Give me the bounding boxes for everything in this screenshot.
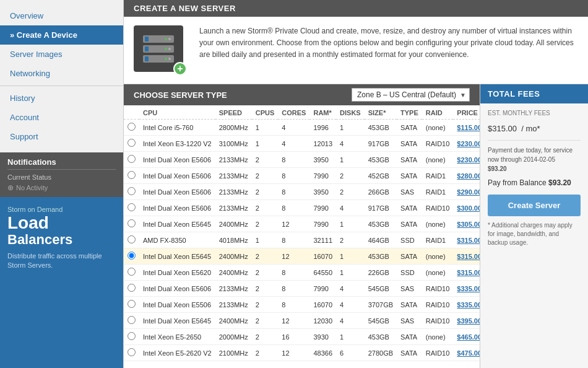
price[interactable]: $475.00 / mo <box>453 345 480 361</box>
radio-cell[interactable] <box>124 216 139 232</box>
sidebar-item-account[interactable]: Account <box>0 108 123 127</box>
page-header: CREATE A NEW SERVER <box>124 0 588 17</box>
sidebar: Overview Create A Device Server Images N… <box>0 0 124 368</box>
cores: 12 <box>278 216 309 232</box>
price[interactable]: $465.00 / mo <box>453 329 480 345</box>
radio-cell[interactable] <box>124 265 139 281</box>
table-row[interactable]: AMD FX-8350 4018MHz 1 8 32111 2 464GB SS… <box>124 232 480 248</box>
cpu-name: Intel Dual Xeon E5645 <box>139 313 215 329</box>
table-row[interactable]: Intel Xeon E5-2620 V2 2100MHz 2 12 48366… <box>124 345 480 361</box>
speed: 2133MHz <box>215 168 252 184</box>
cores: 8 <box>278 232 309 248</box>
radio-cell[interactable] <box>124 329 139 345</box>
size: 3707GB <box>365 297 397 313</box>
table-row[interactable]: Intel Xeon E5-2650 2000MHz 2 16 3930 1 4… <box>124 329 480 345</box>
ram: 16070 <box>309 297 336 313</box>
table-row[interactable]: Intel Dual Xeon E5606 2133MHz 2 8 7990 4… <box>124 200 480 216</box>
speed: 2133MHz <box>215 152 252 168</box>
table-row[interactable]: Intel Dual Xeon E5606 2133MHz 2 8 7990 4… <box>124 281 480 297</box>
radio-cell[interactable] <box>124 200 139 216</box>
table-row[interactable]: Intel Dual Xeon E5645 2400MHz 2 12 7990 … <box>124 216 480 232</box>
cpus: 2 <box>252 345 279 361</box>
monthly-price-value: $315.00 <box>488 124 517 133</box>
price[interactable]: $300.00 / mo <box>453 200 480 216</box>
cores: 8 <box>278 200 309 216</box>
price[interactable]: $335.00 / mo <box>453 297 480 313</box>
zone-select-wrapper[interactable]: Zone B – US Central (Default) <box>352 88 470 102</box>
table-row[interactable]: Intel Dual Xeon E5606 2133MHz 2 8 7990 2… <box>124 168 480 184</box>
col-cpu: CPU <box>139 105 215 120</box>
price[interactable]: $115.00 / mo <box>453 120 480 136</box>
sidebar-item-create-device[interactable]: Create A Device <box>0 25 123 45</box>
cores: 8 <box>278 184 309 200</box>
table-row[interactable]: Intel Dual Xeon E5606 2133MHz 2 8 3950 1… <box>124 152 480 168</box>
radio-cell[interactable] <box>124 281 139 297</box>
sidebar-item-history[interactable]: History <box>0 89 123 108</box>
table-row[interactable]: Intel Dual Xeon E5645 2400MHz 2 12 12030… <box>124 313 480 329</box>
disks: 2 <box>336 184 365 200</box>
status-text: No Activity <box>16 184 48 191</box>
col-cores: CORES <box>278 105 309 120</box>
cpus: 2 <box>252 265 279 281</box>
speed: 2133MHz <box>215 200 252 216</box>
create-server-button[interactable]: Create Server <box>488 195 581 216</box>
raid: RAID1 <box>422 232 454 248</box>
table-row[interactable]: Intel Core i5-760 2800MHz 1 4 1996 1 453… <box>124 120 480 136</box>
notifications-box: Notifications Current Status ⊕ No Activi… <box>0 152 123 197</box>
cores: 4 <box>278 120 309 136</box>
monthly-price: $315.00 / mo* <box>488 118 581 134</box>
table-row[interactable]: Intel Dual Xeon E5606 2133MHz 2 8 3950 2… <box>124 184 480 200</box>
svg-point-3 <box>168 38 171 40</box>
radio-cell[interactable] <box>124 345 139 361</box>
main-content: CREATE A NEW SERVER <box>124 0 588 368</box>
promo-box[interactable]: Storm on Demand Load Balancers Distribut… <box>0 197 123 368</box>
cores: 12 <box>278 248 309 265</box>
radio-cell[interactable] <box>124 168 139 184</box>
cpus: 2 <box>252 152 279 168</box>
table-row[interactable]: Intel Dual Xeon E5620 2400MHz 2 8 64550 … <box>124 265 480 281</box>
sidebar-item-server-images[interactable]: Server Images <box>0 45 123 64</box>
raid: (none) <box>422 120 454 136</box>
col-size: SIZE* <box>365 105 397 120</box>
zone-select[interactable]: Zone B – US Central (Default) <box>352 88 470 102</box>
radio-cell[interactable] <box>124 248 139 265</box>
svg-rect-1 <box>145 37 149 42</box>
price[interactable]: $305.00 / mo <box>453 216 480 232</box>
disks: 4 <box>336 297 365 313</box>
type: SATA <box>397 248 422 265</box>
price[interactable]: $230.00 / mo <box>453 152 480 168</box>
price[interactable]: $290.00 / mo <box>453 184 480 200</box>
speed: 2100MHz <box>215 345 252 361</box>
table-row[interactable]: Intel Xeon E3-1220 V2 3100MHz 1 4 12013 … <box>124 136 480 152</box>
radio-cell[interactable] <box>124 152 139 168</box>
total-fees-header: TOTAL FEES <box>480 84 588 103</box>
cpu-name: Intel Dual Xeon E5606 <box>139 152 215 168</box>
radio-cell[interactable] <box>124 232 139 248</box>
disks: 4 <box>336 281 365 297</box>
sidebar-item-support[interactable]: Support <box>0 127 123 146</box>
price[interactable]: $280.00 / mo <box>453 168 480 184</box>
price[interactable]: $315.00 / mo <box>453 248 480 265</box>
ram: 64550 <box>309 265 336 281</box>
table-row[interactable]: Intel Dual Xeon E5645 2400MHz 2 12 16070… <box>124 248 480 265</box>
price[interactable]: $335.00 / mo <box>453 281 480 297</box>
table-row[interactable]: Intel Dual Xeon E5506 2133MHz 2 8 16070 … <box>124 297 480 313</box>
speed: 2000MHz <box>215 329 252 345</box>
ram: 12030 <box>309 313 336 329</box>
radio-cell[interactable] <box>124 313 139 329</box>
speed: 2133MHz <box>215 297 252 313</box>
sidebar-item-overview[interactable]: Overview <box>0 6 123 25</box>
cores: 8 <box>278 168 309 184</box>
price[interactable]: $230.00 / mo <box>453 136 480 152</box>
radio-cell[interactable] <box>124 184 139 200</box>
cores: 4 <box>278 136 309 152</box>
radio-cell[interactable] <box>124 136 139 152</box>
sidebar-item-networking[interactable]: Networking <box>0 64 123 83</box>
price[interactable]: $315.00 / mo <box>453 232 480 248</box>
price[interactable]: $315.00 / mo <box>453 265 480 281</box>
est-monthly-label: EST. MONTHLY FEES <box>488 110 581 116</box>
radio-cell[interactable] <box>124 297 139 313</box>
radio-cell[interactable] <box>124 120 139 136</box>
col-raid: RAID <box>422 105 454 120</box>
price[interactable]: $395.00 / mo <box>453 313 480 329</box>
